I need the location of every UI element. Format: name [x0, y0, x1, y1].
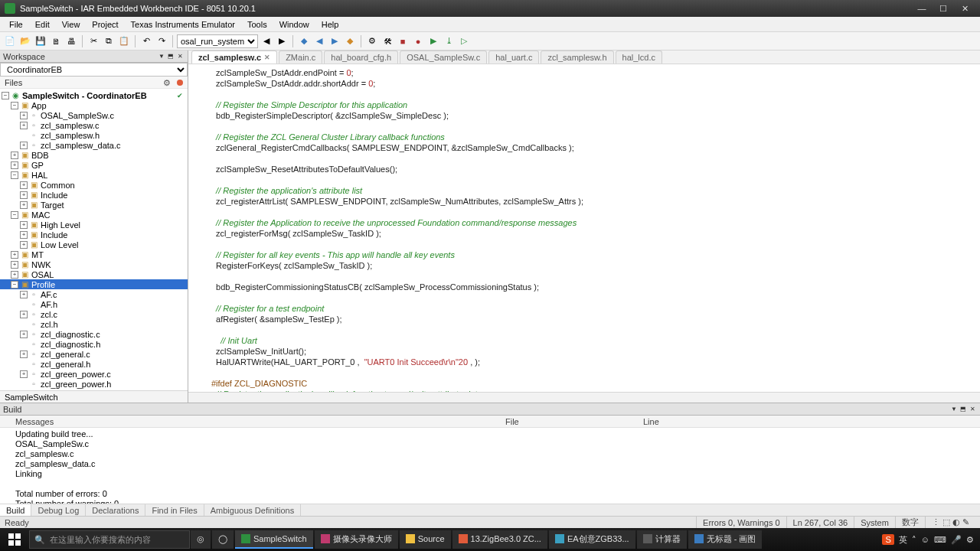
start-button[interactable] — [0, 528, 29, 551]
menu-project[interactable]: Project — [86, 18, 124, 31]
tree-item[interactable]: +▫zcl_samplesw.c — [0, 120, 188, 130]
tree-item[interactable]: +▫zcl_diagnostic.c — [0, 329, 188, 339]
taskbar-item[interactable]: Source — [400, 530, 451, 549]
tree-item[interactable]: +▣OSAL — [0, 269, 188, 279]
download-debug-button[interactable]: ⤓ — [442, 34, 456, 48]
tree-item[interactable]: −▣Profile — [0, 279, 188, 289]
expander-icon[interactable]: + — [20, 291, 28, 298]
editor-tab[interactable]: hal_uart.c — [488, 51, 539, 64]
tree-item[interactable]: ▫zcl_samplesw.h — [0, 130, 188, 140]
tree-project-root[interactable]: − ◉ SampleSwitch - CoordinatorEB ✔ — [0, 90, 188, 100]
expander-icon[interactable]: + — [20, 241, 28, 249]
taskbar-item[interactable]: 计算器 — [637, 530, 687, 549]
tab-close-icon[interactable]: ✕ — [264, 54, 270, 61]
editor-tab[interactable]: ZMain.c — [279, 51, 322, 64]
undo-button[interactable]: ↶ — [139, 34, 153, 48]
expander-icon[interactable]: + — [20, 142, 28, 149]
panel-close-button[interactable]: ✕ — [175, 52, 185, 61]
taskbar-search[interactable]: 🔍 在这里输入你要搜索的内容 — [29, 530, 190, 549]
menu-tools[interactable]: Tools — [241, 18, 273, 31]
build-tab[interactable]: Declarations — [86, 504, 145, 516]
cut-button[interactable]: ✂ — [87, 34, 100, 48]
expander-icon[interactable]: + — [11, 251, 18, 259]
workspace-config-select[interactable]: CoordinatorEB — [0, 63, 188, 77]
system-tray[interactable]: S 英 ˄ ☺ ⌨ 🎤 ⚙ — [876, 534, 980, 546]
bookmark-toggle-button[interactable]: ◆ — [297, 34, 311, 48]
tray-keyboard-icon[interactable]: ⌨ — [934, 535, 946, 545]
expander-icon[interactable]: + — [11, 261, 18, 269]
copy-button[interactable]: ⧉ — [102, 34, 116, 48]
tree-item[interactable]: −▣HAL — [0, 170, 188, 180]
redo-button[interactable]: ↷ — [155, 34, 168, 48]
menu-window[interactable]: Window — [273, 18, 315, 31]
expander-icon[interactable]: + — [20, 221, 28, 229]
tree-item[interactable]: +▫AF.c — [0, 289, 188, 299]
panel-dropdown-button[interactable]: ▼ — [157, 52, 166, 61]
nav-fwd-button[interactable]: ▶ — [275, 34, 289, 48]
tree-item[interactable]: +▣GP — [0, 160, 188, 170]
tree-item[interactable]: +▣NWK — [0, 259, 188, 269]
expander-icon[interactable]: − — [11, 211, 18, 219]
menu-help[interactable]: Help — [315, 18, 345, 31]
taskbar-item[interactable]: 13.ZigBee3.0 ZC... — [452, 530, 547, 549]
tree-item[interactable]: ▫zcl.h — [0, 319, 188, 329]
expander-icon[interactable]: + — [20, 311, 28, 318]
tree-item[interactable]: −▣MAC — [0, 210, 188, 220]
menu-edit[interactable]: Edit — [29, 18, 56, 31]
new-file-button[interactable]: 📄 — [3, 34, 17, 48]
panel-pin-button[interactable]: ⬒ — [166, 52, 175, 61]
editor-tab[interactable]: OSAL_SampleSw.c — [400, 51, 487, 64]
build-messages[interactable]: Updating build tree...OSAL_SampleSw.czcl… — [0, 428, 980, 504]
save-all-button[interactable]: 🗎 — [49, 34, 63, 48]
expander-icon[interactable]: + — [11, 271, 18, 279]
expander-icon[interactable]: + — [20, 201, 28, 209]
tray-mic-icon[interactable]: 🎤 — [951, 535, 962, 545]
code-editor[interactable]: zclSampleSw_DstAddr.endPoint = 0; zclSam… — [188, 64, 980, 392]
taskbar-item[interactable]: SampleSwitch — [235, 530, 313, 549]
build-tab[interactable]: Build — [0, 504, 31, 516]
tray-lang[interactable]: 英 — [899, 534, 907, 546]
toggle-breakpoint-button[interactable]: ● — [411, 34, 425, 48]
menu-texas-instruments-emulator[interactable]: Texas Instruments Emulator — [125, 18, 241, 31]
bookmark-next-button[interactable]: ▶ — [328, 34, 341, 48]
expander-icon[interactable]: + — [11, 161, 18, 169]
expander-icon[interactable]: + — [20, 370, 28, 378]
minimize-button[interactable]: — — [911, 2, 933, 15]
tree-item[interactable]: +▣Target — [0, 200, 188, 210]
expander-icon[interactable]: − — [11, 171, 18, 179]
tree-item[interactable]: +▫zcl_general.c — [0, 349, 188, 359]
paste-button[interactable]: 📋 — [117, 34, 131, 48]
close-button[interactable]: ✕ — [954, 2, 975, 15]
build-tab[interactable]: Find in Files — [145, 504, 204, 516]
tray-settings-icon[interactable]: ⚙ — [966, 535, 974, 545]
maximize-button[interactable]: ☐ — [933, 2, 954, 15]
tree-item[interactable]: +▣High Level — [0, 220, 188, 230]
tree-item[interactable]: +▣Include — [0, 230, 188, 240]
expander-icon[interactable]: + — [20, 191, 28, 199]
tree-item[interactable]: +▣Common — [0, 180, 188, 190]
editor-tab[interactable]: hal_lcd.c — [616, 51, 662, 64]
make-button[interactable]: 🛠 — [381, 34, 394, 48]
tree-item[interactable]: ▫zcl_green_power.h — [0, 379, 188, 389]
tree-item[interactable]: ▫AF.h — [0, 299, 188, 309]
save-button[interactable]: 💾 — [34, 34, 47, 48]
tree-item[interactable]: +▫OSAL_SampleSw.c — [0, 110, 188, 120]
tree-item[interactable]: +▫zcl_samplesw_data.c — [0, 140, 188, 150]
config-select[interactable]: osal_run_system — [177, 34, 258, 48]
tree-item[interactable]: ▫zcl_general.h — [0, 359, 188, 369]
build-tab[interactable]: Debug Log — [31, 504, 86, 516]
debug-button[interactable]: ▶ — [426, 34, 440, 48]
panel-dropdown-button[interactable]: ▼ — [949, 405, 959, 414]
menu-view[interactable]: View — [56, 18, 87, 31]
tree-item[interactable]: +▣Include — [0, 190, 188, 200]
expander-icon[interactable]: − — [11, 102, 18, 109]
expander-icon[interactable]: + — [20, 181, 28, 189]
print-button[interactable]: 🖶 — [64, 34, 78, 48]
panel-pin-button[interactable]: ⬒ — [959, 405, 968, 414]
cortana-button[interactable]: ◯ — [212, 530, 234, 549]
gear-icon[interactable]: ⚙ — [163, 78, 172, 87]
expander-icon[interactable]: + — [20, 350, 28, 358]
expander-icon[interactable]: + — [11, 152, 18, 159]
compile-button[interactable]: ⚙ — [365, 34, 379, 48]
expander-icon[interactable]: + — [20, 122, 28, 129]
